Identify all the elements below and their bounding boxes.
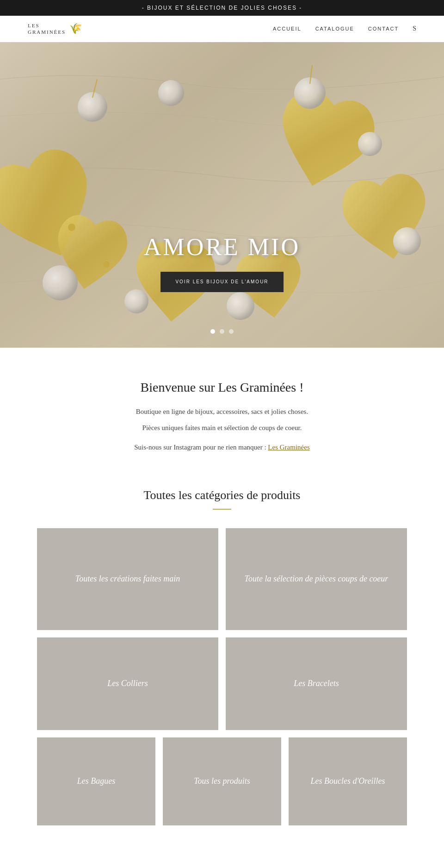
top-banner-text: - BIJOUX ET SÉLECTION DE JOLIES CHOSES -	[142, 5, 302, 11]
nav-accueil[interactable]: ACCUEIL	[273, 26, 302, 31]
section-divider	[213, 509, 231, 510]
hero-background	[0, 42, 444, 348]
svg-point-8	[358, 132, 382, 156]
welcome-instagram-prefix: Suis-nous sur Instagram pour ne rien man…	[134, 443, 268, 451]
hero-title: AMORE MIO	[144, 233, 300, 261]
svg-point-11	[103, 261, 110, 268]
hero-section: AMORE MIO VOIR LES BIJOUX DE L'AMOUR	[0, 42, 444, 348]
svg-point-10	[68, 224, 75, 231]
category-card-label-boucles: Les Boucles d'Oreilles	[306, 771, 389, 792]
category-card-label-selection: Toute la sélection de pièces coups de co…	[240, 568, 393, 589]
category-card-label-bagues: Les Bagues	[73, 771, 120, 792]
svg-point-3	[43, 265, 78, 300]
top-banner: - BIJOUX ET SÉLECTION DE JOLIES CHOSES -	[0, 0, 444, 16]
category-card-bagues[interactable]: Les Bagues	[37, 737, 155, 825]
category-card-bracelets[interactable]: Les Bracelets	[226, 637, 407, 730]
slider-dot-2[interactable]	[220, 329, 224, 334]
category-card-label-tous-produits: Tous les produits	[189, 771, 255, 792]
category-card-boucles[interactable]: Les Boucles d'Oreilles	[289, 737, 407, 825]
slider-dots	[210, 329, 234, 334]
welcome-instagram-link[interactable]: Les Graminées	[268, 443, 309, 451]
svg-point-6	[227, 292, 254, 320]
welcome-line1: Boutique en ligne de bijoux, accessoires…	[46, 406, 398, 418]
categories-section: Toutes les catégories de produits Toutes…	[0, 475, 444, 853]
category-card-selection[interactable]: Toute la sélection de pièces coups de co…	[226, 528, 407, 630]
categories-title: Toutes les catégories de produits	[37, 488, 407, 502]
welcome-title: Bienvenue sur Les Graminées !	[46, 380, 398, 395]
category-card-tous-produits[interactable]: Tous les produits	[163, 737, 281, 825]
slider-dot-1[interactable]	[210, 329, 215, 334]
logo-line2: GRAMINÉES	[28, 29, 66, 35]
welcome-line2: Pièces uniques faites main et sélection …	[46, 422, 398, 434]
category-card-label-bracelets: Les Bracelets	[289, 673, 343, 694]
main-nav: ACCUEIL CATALOGUE CONTACT S	[273, 25, 416, 32]
svg-point-4	[124, 289, 148, 313]
nav-catalogue[interactable]: CATALOGUE	[315, 26, 354, 31]
category-card-colliers[interactable]: Les Colliers	[37, 637, 218, 730]
site-header: LES GRAMINÉES 🌾 ACCUEIL CATALOGUE CONTAC…	[0, 16, 444, 42]
nav-contact[interactable]: CONTACT	[368, 26, 399, 31]
category-card-label-creations: Toutes les créations faites main	[71, 568, 185, 589]
svg-point-2	[158, 80, 184, 106]
slider-dot-3[interactable]	[229, 329, 234, 334]
svg-point-9	[393, 227, 421, 255]
categories-grid-middle: Les Colliers Les Bracelets	[37, 637, 407, 730]
categories-grid-top: Toutes les créations faites main Toute l…	[37, 528, 407, 630]
welcome-instagram-text: Suis-nous sur Instagram pour ne rien man…	[46, 443, 398, 451]
nav-search[interactable]: S	[413, 25, 416, 32]
logo-plant-icon: 🌾	[69, 23, 82, 35]
category-card-label-colliers: Les Colliers	[103, 673, 153, 694]
hero-cta-button[interactable]: VOIR LES BIJOUX DE L'AMOUR	[160, 272, 283, 292]
categories-grid-bottom: Les Bagues Tous les produits Les Boucles…	[37, 737, 407, 825]
hero-content: AMORE MIO VOIR LES BIJOUX DE L'AMOUR	[144, 233, 300, 292]
welcome-section: Bienvenue sur Les Graminées ! Boutique e…	[0, 348, 444, 475]
logo[interactable]: LES GRAMINÉES 🌾	[28, 22, 82, 36]
category-card-creations[interactable]: Toutes les créations faites main	[37, 528, 218, 630]
logo-line1: LES	[28, 23, 40, 28]
